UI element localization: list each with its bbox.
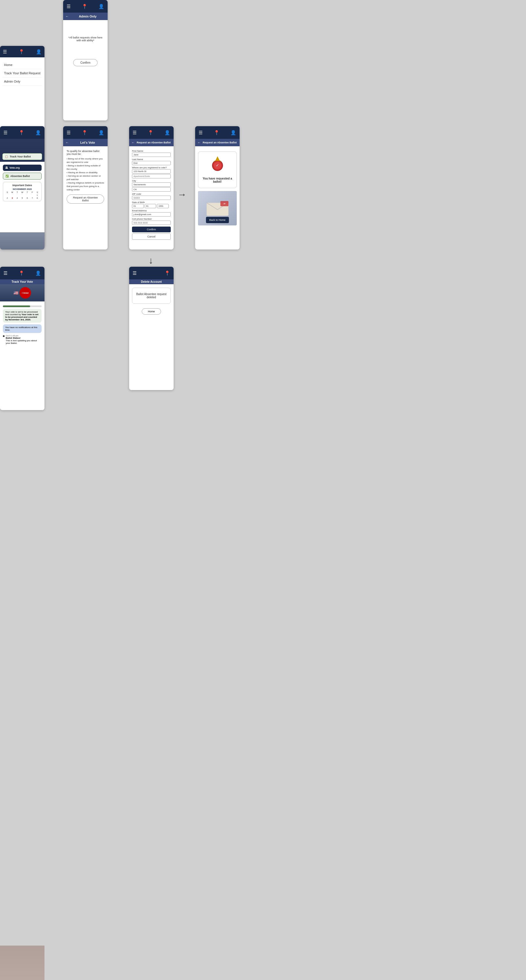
absentee-form-subheader: ← Request an Absentee Ballot xyxy=(129,139,174,146)
back-arrow[interactable]: ← xyxy=(65,140,69,145)
home-button[interactable]: Home xyxy=(142,308,161,315)
email-label: Email Address xyxy=(132,209,171,212)
absentee-ballot-button[interactable]: ✅ Absentee Ballot xyxy=(3,173,41,180)
request-absentee-button[interactable]: Request an Absentee Ballot xyxy=(67,194,104,204)
cal-day xyxy=(5,194,10,196)
user-icon[interactable]: 👤 xyxy=(35,270,41,276)
cal-day: S xyxy=(5,191,10,194)
city-input[interactable] xyxy=(132,182,171,187)
qualify-item: • Serving as an election worker or poll … xyxy=(67,174,104,181)
user-icon[interactable]: 👤 xyxy=(36,49,41,54)
dob-year-input[interactable] xyxy=(157,204,169,208)
dob-day-input[interactable] xyxy=(145,204,156,208)
dob-month-input[interactable] xyxy=(132,204,144,208)
activity-title: Ballot Status! xyxy=(6,337,41,339)
user-icon[interactable]: 👤 xyxy=(164,130,170,135)
location-icon: 📍 xyxy=(19,130,24,135)
cal-day xyxy=(25,194,30,196)
back-arrow[interactable]: ← xyxy=(65,14,69,18)
bottom-crowd-image xyxy=(0,232,45,250)
first-name-input[interactable] xyxy=(132,153,171,157)
sidebar-item-track-ballot[interactable]: Track Your Ballot Request xyxy=(3,69,41,78)
cal-day: W xyxy=(20,191,24,194)
hero-buttons: 📋 Track Your Ballot xyxy=(2,153,42,160)
menu-icon[interactable]: ☰ xyxy=(199,130,202,135)
qualify-item: • Being out of the county where you are … xyxy=(67,157,104,164)
sidebar-nav: Home Track Your Ballot Request Admin Onl… xyxy=(0,57,45,89)
qualify-item: • Having religious beliefs or practices … xyxy=(67,181,104,192)
cal-day: S xyxy=(35,191,40,194)
state-input[interactable] xyxy=(132,187,171,192)
track-ballot-button[interactable]: 📋 Track Your Ballot xyxy=(2,153,42,160)
location-icon: 📍 xyxy=(82,130,88,135)
street-address-input[interactable] xyxy=(132,169,171,173)
cal-day xyxy=(20,194,24,196)
location-icon: 📍 xyxy=(19,49,24,54)
track-vote-header: ☰ 📍 👤 xyxy=(0,267,45,279)
vote-progress-bar-fill xyxy=(3,305,30,307)
back-arrow[interactable]: ← xyxy=(131,140,135,145)
back-to-home-button[interactable]: Back to Home xyxy=(206,217,229,223)
cal-day: F xyxy=(30,191,34,194)
cal-day: 1 xyxy=(35,194,40,196)
vote-msg-text: Your vote is set to be processed and cou… xyxy=(5,310,38,321)
important-dates-calendar: Important Dates NOVEMBER 2020 S M T W T … xyxy=(3,182,41,201)
notification-bubble: You have no notifications at this time. xyxy=(3,325,41,333)
apartment-input[interactable] xyxy=(132,174,171,178)
city-label: City xyxy=(132,180,171,182)
menu-icon[interactable]: ☰ xyxy=(3,49,7,54)
absentee-form-title: Request an Absentee Ballot xyxy=(136,141,171,144)
ballot-success-title: Request an Absentee Ballot xyxy=(202,141,237,144)
admin-title: Admin Only xyxy=(70,14,105,18)
lets-vote-subheader: ← Let's Vote xyxy=(63,139,108,146)
vote-progress-bar-bg xyxy=(3,305,41,307)
last-name-input[interactable] xyxy=(132,161,171,165)
user-icon[interactable]: 👤 xyxy=(35,130,41,135)
menu-icon[interactable]: ☰ xyxy=(3,130,8,135)
arrow-right-1: → xyxy=(177,189,186,200)
phone-admin-only: ☰ 📍 👤 ← Admin Only *All ballot requests … xyxy=(63,0,108,121)
user-icon[interactable]: 👤 xyxy=(99,4,104,9)
qualify-list: • Being out of the county where you are … xyxy=(67,157,104,192)
form-confirm-button[interactable]: Confirm xyxy=(132,227,171,232)
calendar-title: Important Dates xyxy=(5,184,40,187)
menu-icon[interactable]: ☰ xyxy=(132,130,137,135)
sidebar-item-home[interactable]: Home xyxy=(3,61,41,69)
activity-desc: This is text updating you about your Bal… xyxy=(6,339,41,344)
menu-icon[interactable]: ☰ xyxy=(3,270,8,276)
delete-body: Ballot Absentee request deleted Home xyxy=(129,284,174,318)
location-icon: 📍 xyxy=(82,4,88,9)
absentee-form-header: ☰ 📍 👤 xyxy=(129,126,174,139)
cal-day: 5 xyxy=(20,197,24,199)
phone-input[interactable] xyxy=(132,221,171,225)
phone-delete-account: ☰ 📍 Delete Account Ballot Absentee reque… xyxy=(129,267,174,390)
medal-icon: ✓ xyxy=(209,156,226,173)
user-icon[interactable]: 👤 xyxy=(99,130,104,135)
menu-icon[interactable]: ☰ xyxy=(67,130,70,135)
calendar-month: NOVEMBER 2020 xyxy=(5,188,40,191)
zip-input[interactable] xyxy=(132,196,171,200)
user-icon[interactable]: 👤 xyxy=(230,130,236,135)
email-input[interactable] xyxy=(132,212,171,216)
menu-icon[interactable]: ☰ xyxy=(132,270,137,276)
vote-processing-message: Your vote is set to be processed and cou… xyxy=(3,309,41,323)
cal-day: T xyxy=(25,191,30,194)
success-card: ✓ You have requested a ballot! xyxy=(198,151,237,188)
admin-confirm-button[interactable]: Confirm xyxy=(73,59,97,66)
absentee-icon: ✅ xyxy=(5,175,9,178)
svg-text:✉: ✉ xyxy=(223,202,225,205)
vote-org-button[interactable]: 🗳 Vote.org xyxy=(3,165,41,171)
phone-lets-vote: ☰ 📍 👤 ← Let's Vote To qualify for absent… xyxy=(63,126,108,250)
location-icon: 📍 xyxy=(214,130,220,135)
track-body: Your vote is set to be processed and cou… xyxy=(0,301,45,347)
notification-text: You have no notifications at this time. xyxy=(5,326,37,331)
back-arrow[interactable]: ← xyxy=(198,140,201,145)
form-cancel-button[interactable]: Cancel xyxy=(132,234,171,240)
menu-icon[interactable]: ☰ xyxy=(67,4,70,9)
deleted-text: Ballot Absentee request deleted xyxy=(136,293,167,299)
calendar-grid: S M T W T F S 1 2 3 4 5 6 7 8 xyxy=(5,191,40,199)
sidebar-item-admin-only[interactable]: Admin Only xyxy=(3,78,41,86)
zip-label: ZIP code xyxy=(132,193,171,195)
voted-badge: I Voted xyxy=(19,287,31,299)
deleted-card: Ballot Absentee request deleted xyxy=(132,288,171,304)
